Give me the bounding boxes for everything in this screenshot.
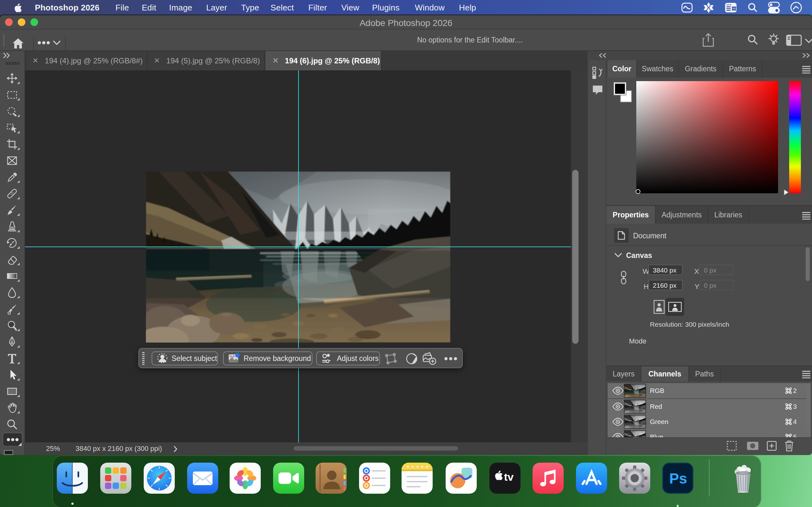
svg-text:tv: tv bbox=[504, 471, 513, 483]
svg-text:Ps: Ps bbox=[669, 470, 687, 487]
